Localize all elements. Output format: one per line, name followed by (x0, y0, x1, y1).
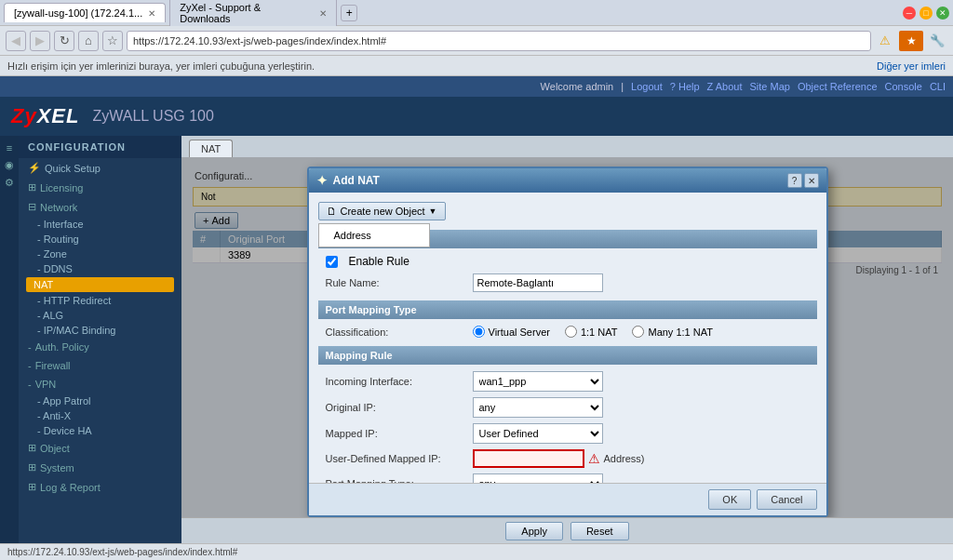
panel-icon-1[interactable]: ≡ (7, 140, 12, 156)
radio-many-nat11[interactable]: Many 1:1 NAT (632, 326, 713, 338)
enable-rule-label: Enable Rule (349, 255, 409, 268)
status-url: https://172.24.10.93/ext-js/web-pages/in… (7, 547, 237, 557)
new-tab-button[interactable]: + (341, 5, 357, 21)
ok-button[interactable]: OK (708, 489, 751, 510)
create-new-object-button[interactable]: 🗋 Create new Object ▼ (318, 202, 446, 220)
bookmark-button[interactable]: ★ (899, 31, 923, 51)
incoming-iface-select[interactable]: wan1_ppp (473, 371, 603, 392)
sidebar-item-device-ha[interactable]: - Device HA (19, 423, 181, 438)
logout-link[interactable]: Logout (631, 81, 663, 92)
console-link[interactable]: Console (885, 81, 922, 92)
tab-zywall-label: [zywall-usg-100] (172.24.1... (14, 7, 142, 19)
modal-title-text: Add NAT (333, 174, 380, 187)
user-defined-hint: Address) (604, 453, 645, 464)
radio-virtual-server-label: Virtual Server (489, 327, 550, 338)
sitemap-link[interactable]: Site Map (749, 81, 789, 92)
back-button[interactable]: ◀ (6, 31, 26, 51)
sidebar-item-http-redirect[interactable]: - HTTP Redirect (19, 293, 181, 308)
port-mapping-header: Port Mapping Type (318, 300, 817, 319)
dropdown-address[interactable]: Address (319, 226, 429, 245)
quick-setup-label: Quick Setup (45, 163, 101, 174)
sidebar-item-vpn[interactable]: - VPN (19, 375, 181, 393)
sidebar-item-anti-x[interactable]: - Anti-X (19, 408, 181, 423)
mapped-ip-select[interactable]: User Defined (473, 423, 603, 444)
left-panel-icons: ≡ ◉ ⚙ (0, 136, 19, 543)
rule-name-label: Rule Name: (326, 277, 465, 288)
create-obj-dropdown: Address (318, 223, 430, 247)
main-area: ≡ ◉ ⚙ CONFIGURATION ⚡ Quick Setup ⊞Licen… (0, 136, 953, 543)
sidebar-item-log-report[interactable]: ⊞ Log & Report (19, 477, 181, 497)
radio-virtual-server-input[interactable] (473, 326, 485, 338)
reload-button[interactable]: ↻ (54, 31, 74, 51)
sidebar-item-licensing[interactable]: ⊞Licensing (19, 178, 181, 197)
content-tabs: NAT (181, 136, 953, 157)
user-defined-input[interactable] (473, 449, 584, 468)
tab-zywall[interactable]: [zywall-usg-100] (172.24.1... ✕ (4, 3, 166, 22)
bookmark-bar: Hızlı erişim için yer imlerinizi buraya,… (0, 56, 953, 76)
home-button[interactable]: ⌂ (78, 31, 99, 51)
incoming-iface-row: Incoming Interface: wan1_ppp (318, 368, 817, 394)
modal-footer: OK Cancel (309, 483, 826, 515)
cli-link[interactable]: CLI (930, 81, 946, 92)
enable-rule-checkbox[interactable] (326, 256, 338, 268)
app-content: Welcome admin | Logout ? Help Z About Si… (0, 76, 953, 543)
modal-title: ✦ Add NAT (316, 173, 380, 188)
sidebar-item-system[interactable]: ⊞ System (19, 458, 181, 477)
port-mapping-type-select[interactable]: any (473, 473, 603, 483)
incoming-iface-label: Incoming Interface: (326, 376, 465, 387)
objref-link[interactable]: Object Reference (798, 81, 878, 92)
tools-button[interactable]: 🔧 (927, 31, 947, 51)
sidebar-item-nat[interactable]: NAT (26, 277, 174, 292)
tab-nat[interactable]: NAT (189, 140, 233, 157)
address-bar[interactable] (127, 31, 871, 51)
reset-button[interactable]: Reset (570, 522, 629, 540)
rule-name-input[interactable] (473, 273, 603, 292)
sidebar-item-auth-policy[interactable]: - Auth. Policy (19, 338, 181, 356)
mapping-rule-header: Mapping Rule (318, 346, 817, 365)
close-button[interactable]: ✕ (936, 7, 949, 20)
sidebar-item-network[interactable]: ⊟Network (19, 197, 181, 217)
radio-nat11-label: 1:1 NAT (581, 327, 618, 338)
tab-zyxel-label: ZyXel - Support & Downloads (180, 2, 314, 24)
tab-close-support[interactable]: ✕ (319, 8, 327, 19)
sidebar-section-header: CONFIGURATION (19, 136, 181, 158)
sidebar-item-alg[interactable]: - ALG (19, 308, 181, 323)
radio-virtual-server[interactable]: Virtual Server (473, 326, 550, 338)
browser-window: [zywall-usg-100] (172.24.1... ✕ ZyXel - … (0, 0, 953, 560)
original-ip-select[interactable]: any (473, 397, 603, 418)
product-name: ZyWALL USG 100 (92, 108, 213, 125)
sidebar-item-ip-mac[interactable]: - IP/MAC Binding (19, 323, 181, 338)
original-ip-label: Original IP: (326, 402, 465, 413)
radio-nat11-input[interactable] (565, 326, 577, 338)
tab-zyxel-support[interactable]: ZyXel - Support & Downloads ✕ (169, 0, 337, 28)
modal-close-button[interactable]: ✕ (804, 173, 819, 188)
sidebar-item-routing[interactable]: - Routing (19, 232, 181, 247)
original-ip-row: Original IP: any (318, 394, 817, 420)
about-link[interactable]: Z About (707, 81, 743, 92)
minimize-button[interactable]: ─ (903, 7, 916, 20)
sidebar-item-interface[interactable]: - Interface (19, 217, 181, 232)
error-icon: ⚠ (588, 451, 600, 466)
classification-row: Classification: Virtual Server (318, 323, 817, 340)
sidebar-item-firewall[interactable]: - Firewall (19, 356, 181, 375)
classification-radio-group: Virtual Server 1:1 NAT Man (473, 326, 713, 338)
cancel-button[interactable]: Cancel (757, 489, 816, 510)
bookmark-star[interactable]: ☆ (102, 31, 123, 51)
panel-icon-2[interactable]: ◉ (5, 156, 14, 174)
radio-many-nat11-input[interactable] (632, 326, 644, 338)
sidebar-item-ddns[interactable]: - DDNS (19, 261, 181, 276)
sidebar-item-app-patrol[interactable]: - App Patrol (19, 393, 181, 408)
quick-setup-link[interactable]: ⚡ Quick Setup (19, 158, 181, 178)
panel-icon-3[interactable]: ⚙ (5, 174, 14, 192)
radio-nat11[interactable]: 1:1 NAT (565, 326, 618, 338)
forward-button[interactable]: ▶ (30, 31, 50, 51)
modal-help-button[interactable]: ? (787, 173, 802, 188)
tab-close-zywall[interactable]: ✕ (148, 8, 155, 19)
help-link[interactable]: ? Help (670, 81, 700, 92)
other-bookmarks[interactable]: Diğer yer imleri (877, 60, 946, 72)
port-mapping-type-row: Port Mapping Type: any (318, 471, 817, 483)
apply-button[interactable]: Apply (505, 522, 563, 540)
sidebar-item-object[interactable]: ⊞ Object (19, 438, 181, 458)
maximize-button[interactable]: □ (919, 7, 933, 20)
sidebar-item-zone[interactable]: - Zone (19, 247, 181, 261)
